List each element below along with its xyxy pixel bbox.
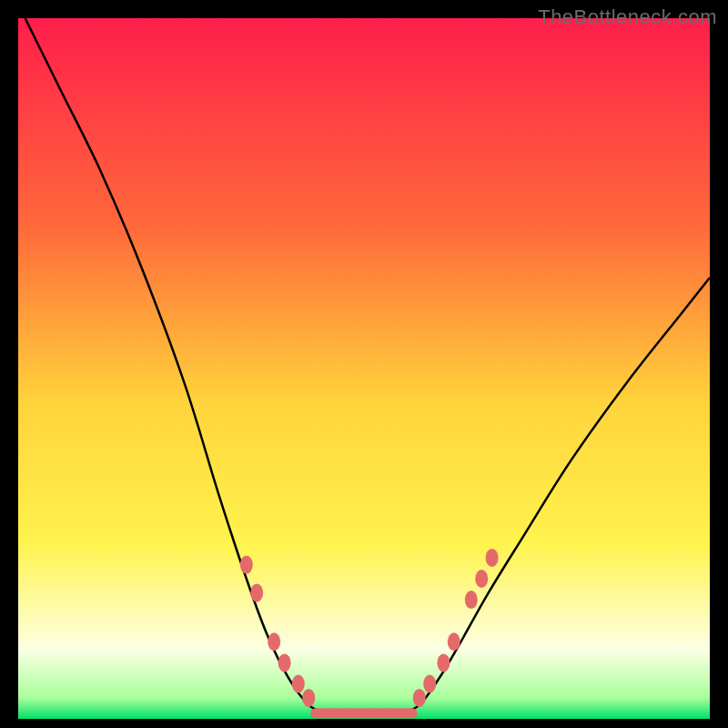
chart-svg <box>18 18 710 719</box>
marker-right-4 <box>465 591 478 609</box>
marker-right-6 <box>486 549 499 567</box>
marker-right-5 <box>475 570 488 588</box>
marker-left-4 <box>292 675 305 693</box>
gradient-background <box>18 18 710 719</box>
marker-right-3 <box>448 632 460 651</box>
marker-left-5 <box>302 689 315 707</box>
marker-left-0 <box>240 556 253 574</box>
marker-left-2 <box>268 632 280 651</box>
plot-area <box>18 18 710 719</box>
chart-frame: TheBottleneck.com <box>0 0 728 728</box>
marker-right-2 <box>437 653 450 672</box>
marker-right-1 <box>423 675 436 693</box>
marker-left-1 <box>250 583 263 602</box>
marker-left-3 <box>278 653 291 672</box>
marker-right-0 <box>413 689 426 707</box>
watermark-text: TheBottleneck.com <box>538 5 717 29</box>
